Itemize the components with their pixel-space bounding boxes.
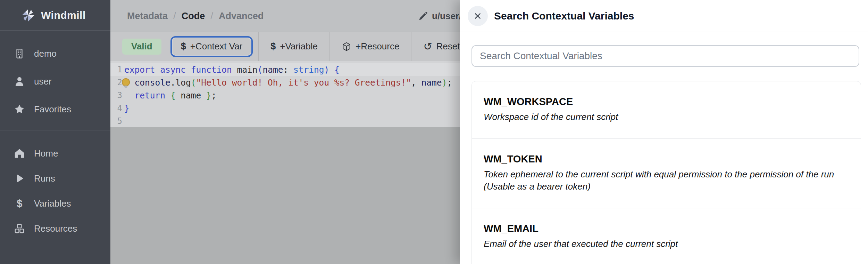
app-title: Windmill <box>41 9 86 21</box>
status-badge: Valid <box>122 39 161 55</box>
script-path[interactable]: u/user/l <box>418 0 464 32</box>
sidebar-item-label: user <box>34 76 52 87</box>
sidebar-item-resources[interactable]: Resources <box>0 216 110 241</box>
sidebar-item-label: demo <box>34 48 57 59</box>
script-path-text: u/user/l <box>432 11 464 22</box>
list-item-wm-workspace[interactable]: WM_WORKSPACE Workspace id of the current… <box>472 81 861 138</box>
pencil-icon <box>418 11 428 21</box>
sidebar-item-label: Runs <box>34 173 55 184</box>
add-resource-button[interactable]: +Resource <box>329 32 411 61</box>
list-item-wm-token[interactable]: WM_TOKEN Token ephemeral to the current … <box>472 138 861 208</box>
app-logo[interactable]: Windmill <box>0 0 110 31</box>
tab-code[interactable]: Code <box>182 11 205 22</box>
sidebar-item-label: Favorites <box>34 104 71 115</box>
sidebar-item-variables[interactable]: $ Variables <box>0 191 110 216</box>
tab-advanced[interactable]: Advanced <box>219 11 264 22</box>
add-context-var-button[interactable]: $ +Context Var <box>170 36 253 57</box>
list-item-wm-email[interactable]: WM_EMAIL Email of the user that executed… <box>472 208 861 264</box>
variable-name: WM_TOKEN <box>484 153 849 165</box>
tab-separator: / <box>173 10 176 22</box>
search-input[interactable] <box>471 45 859 67</box>
sidebar-item-favorites[interactable]: Favorites <box>0 95 110 123</box>
breadcrumb-tabs: Metadata / Code / Advanced <box>127 0 264 32</box>
toolbar-button-group: $ +Variable +Resource ↺ Reset <box>258 32 472 61</box>
sidebar-item-user[interactable]: user <box>0 67 110 95</box>
sidebar-item-label: Home <box>34 148 58 159</box>
sidebar-item-label: Resources <box>34 223 77 234</box>
lightbulb-icon[interactable] <box>122 78 130 86</box>
drawer-header: Search Contextual Variables <box>460 0 868 32</box>
cube-icon <box>342 42 351 51</box>
user-icon <box>13 75 26 88</box>
sidebar: Windmill demo user <box>0 0 110 264</box>
contextual-variables-list: WM_WORKSPACE Workspace id of the current… <box>471 81 861 264</box>
sidebar-item-workspace[interactable]: demo <box>0 40 110 67</box>
sidebar-item-label: Variables <box>34 198 71 209</box>
dollar-icon: $ <box>181 41 186 52</box>
tab-separator: / <box>210 10 213 22</box>
sidebar-nav-section: Home Runs $ Variables Resources <box>0 130 110 241</box>
close-button[interactable] <box>468 6 488 26</box>
building-icon <box>13 47 26 60</box>
variable-name: WM_WORKSPACE <box>484 96 849 107</box>
code-lines[interactable]: export async function main(name: string)… <box>124 63 452 128</box>
star-icon <box>13 103 26 115</box>
variable-description: Token ephemeral to the current script wi… <box>484 168 849 193</box>
close-icon <box>473 11 483 21</box>
sidebar-item-home[interactable]: Home <box>0 141 110 166</box>
sidebar-item-runs[interactable]: Runs <box>0 166 110 191</box>
tab-metadata[interactable]: Metadata <box>127 11 168 22</box>
variable-description: Email of the user that executed the curr… <box>484 238 849 250</box>
add-variable-button[interactable]: $ +Variable <box>258 32 329 61</box>
drawer-search <box>471 45 859 67</box>
rotate-ccw-icon: ↺ <box>423 41 432 52</box>
search-contextual-variables-drawer: Search Contextual Variables WM_WORKSPACE… <box>460 0 868 264</box>
home-icon <box>13 147 26 160</box>
sidebar-workspace-section: demo user Favorites <box>0 31 110 123</box>
windmill-logo-icon <box>21 8 35 23</box>
dollar-icon: $ <box>270 41 276 52</box>
variable-description: Workspace id of the current script <box>484 111 849 123</box>
play-icon <box>13 172 26 185</box>
line-numbers: 1 2 3 4 5 <box>110 63 122 128</box>
variable-name: WM_EMAIL <box>484 223 849 234</box>
boxes-icon <box>13 222 26 235</box>
drawer-title: Search Contextual Variables <box>494 10 634 22</box>
dollar-icon: $ <box>13 197 26 210</box>
